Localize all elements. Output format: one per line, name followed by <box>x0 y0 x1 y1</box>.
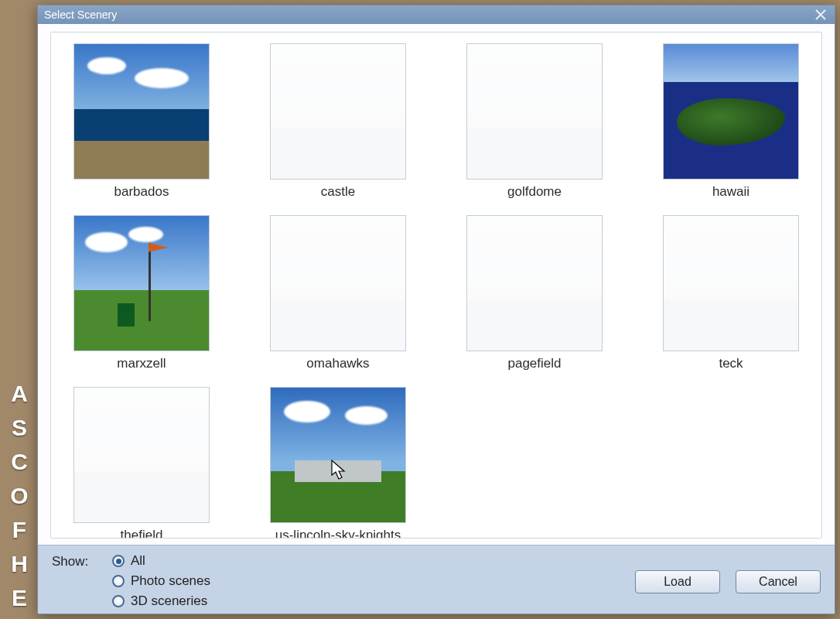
bg-letter: A <box>0 381 39 407</box>
scenery-grid-container: barbadoscastlegolfdomehawaiimarxzellomah… <box>50 32 822 539</box>
filter-radio-group: AllPhoto scenes3D sceneries <box>112 553 210 609</box>
filter-option-all[interactable]: All <box>112 553 210 569</box>
background-menu-strip: ASCOFHE <box>0 0 39 619</box>
scenery-caption: golfdome <box>507 184 562 200</box>
bg-letter: S <box>0 415 39 441</box>
scenery-item-omahawks[interactable]: omahawks <box>255 215 421 371</box>
filter-block: Show: AllPhoto scenes3D sceneries <box>52 553 210 609</box>
scenery-caption: castle <box>321 184 355 200</box>
filter-option-label: All <box>131 553 145 569</box>
cancel-button[interactable]: Cancel <box>736 570 821 593</box>
close-icon[interactable] <box>813 7 828 22</box>
scenery-item-marxzell[interactable]: marxzell <box>59 215 224 371</box>
scenery-item-pagefield[interactable]: pagefield <box>452 215 617 371</box>
filter-label: Show: <box>52 553 112 569</box>
radio-icon <box>112 555 125 567</box>
scenery-thumbnail <box>270 387 406 523</box>
scenery-thumbnail <box>663 215 799 351</box>
scenery-caption: pagefield <box>507 356 561 371</box>
scenery-thumbnail <box>466 43 603 180</box>
scenery-thumbnail <box>73 43 210 180</box>
bg-letter: E <box>0 585 39 611</box>
scenery-thumbnail <box>73 215 210 351</box>
bg-letter: C <box>0 449 39 475</box>
filter-option-label: Photo scenes <box>131 573 210 589</box>
scenery-item-teck[interactable]: teck <box>648 215 814 371</box>
scenery-caption: thefield <box>121 528 163 539</box>
scenery-thumbnail <box>73 387 210 523</box>
radio-icon <box>112 575 125 587</box>
scenery-caption: teck <box>719 356 743 371</box>
scenery-item-us-lincoln-sky-knights[interactable]: us-lincoln-sky-knights <box>255 387 421 539</box>
scenery-thumbnail <box>270 43 406 180</box>
scenery-caption: us-lincoln-sky-knights <box>275 528 401 539</box>
scenery-item-hawaii[interactable]: hawaii <box>648 43 814 200</box>
dialog-titlebar: Select Scenery <box>38 5 835 24</box>
scenery-item-golfdome[interactable]: golfdome <box>452 43 617 200</box>
scenery-item-barbados[interactable]: barbados <box>59 43 224 200</box>
scenery-grid: barbadoscastlegolfdomehawaiimarxzellomah… <box>59 43 814 539</box>
scenery-caption: omahawks <box>306 356 369 371</box>
scenery-caption: marxzell <box>117 356 166 371</box>
dialog-bottom-bar: Show: AllPhoto scenes3D sceneries Load C… <box>38 545 835 614</box>
scenery-caption: hawaii <box>712 184 750 200</box>
dialog-button-row: Load Cancel <box>635 553 821 593</box>
scenery-item-castle[interactable]: castle <box>255 43 421 200</box>
filter-option-label: 3D sceneries <box>131 593 207 609</box>
select-scenery-dialog: Select Scenery barbadoscastlegolfdomehaw… <box>37 5 835 614</box>
scenery-item-thefield[interactable]: thefield <box>59 387 224 539</box>
scenery-caption: barbados <box>114 184 169 200</box>
scenery-thumbnail <box>270 215 406 351</box>
radio-icon <box>112 595 125 607</box>
scenery-thumbnail <box>663 43 799 180</box>
filter-option-photo-scenes[interactable]: Photo scenes <box>112 573 210 589</box>
filter-option-3d-sceneries[interactable]: 3D sceneries <box>112 593 210 609</box>
bg-letter: H <box>0 551 39 577</box>
bg-letter: O <box>0 483 39 509</box>
scenery-thumbnail <box>466 215 603 351</box>
bg-letter: F <box>0 517 39 543</box>
load-button[interactable]: Load <box>635 570 720 593</box>
dialog-title: Select Scenery <box>44 5 117 24</box>
